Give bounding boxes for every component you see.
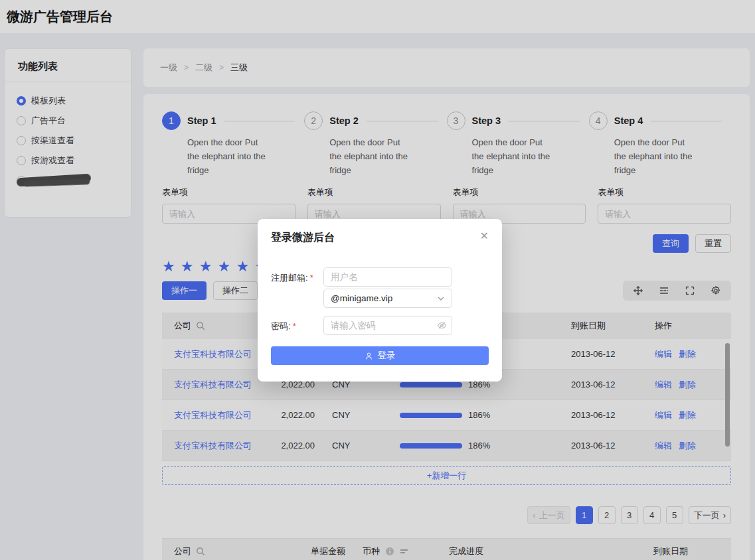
login-button-label: 登录	[378, 350, 396, 362]
label-text: 密码:	[271, 321, 291, 331]
modal-title: 登录微游后台	[271, 231, 335, 245]
required-marker: *	[293, 321, 296, 331]
required-marker: *	[310, 273, 313, 283]
email-form-row: 注册邮箱:* @minigame.vip	[271, 267, 489, 308]
label-text: 注册邮箱:	[271, 273, 308, 283]
email-domain-select[interactable]: @minigame.vip	[323, 289, 452, 308]
email-domain-value: @minigame.vip	[331, 293, 392, 303]
chevron-down-icon	[437, 295, 445, 303]
modal-body: 注册邮箱:* @minigame.vip 密码:*	[271, 267, 489, 365]
email-controls: @minigame.vip	[323, 267, 452, 308]
password-controls	[323, 316, 452, 335]
login-button[interactable]: 登录	[271, 346, 489, 365]
login-modal: 登录微游后台 ✕ 注册邮箱:* @minigame.vip 密码:*	[258, 219, 502, 382]
username-input[interactable]	[323, 267, 452, 287]
modal-header: 登录微游后台 ✕	[271, 231, 489, 245]
close-icon[interactable]: ✕	[480, 231, 489, 242]
password-form-row: 密码:*	[271, 316, 489, 335]
email-label: 注册邮箱:*	[271, 267, 323, 308]
password-label: 密码:*	[271, 316, 323, 335]
password-input[interactable]	[323, 316, 452, 335]
eye-off-icon[interactable]	[437, 320, 447, 330]
user-icon	[365, 352, 373, 360]
